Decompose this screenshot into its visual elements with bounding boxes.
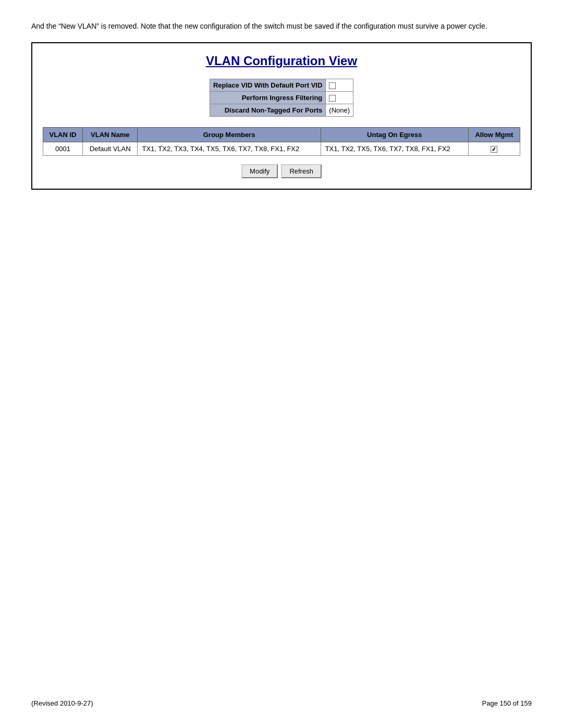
intro-paragraph: And the “New VLAN” is removed. Note that… xyxy=(31,21,532,32)
replace-vid-label: Replace VID With Default Port VID xyxy=(210,79,325,92)
vlan-table: VLAN ID VLAN Name Group Members Untag On… xyxy=(43,127,520,156)
config-options-table: Replace VID With Default Port VID Perfor… xyxy=(210,79,353,117)
config-options-section: Replace VID With Default Port VID Perfor… xyxy=(43,79,520,117)
replace-vid-checkbox[interactable] xyxy=(329,82,336,89)
untag-egress-cell: TX1, TX2, TX5, TX6, TX7, TX8, FX1, FX2 xyxy=(321,142,468,156)
group-members-cell: TX1, TX2, TX3, TX4, TX5, TX6, TX7, TX8, … xyxy=(138,142,321,156)
col-header-allow-mgmt: Allow Mgmt xyxy=(468,128,520,142)
modify-button[interactable]: Modify xyxy=(241,164,278,178)
panel-title: VLAN Configuration View xyxy=(43,54,520,68)
replace-vid-value xyxy=(326,79,353,92)
revised-text: (Revised 2010-9-27) xyxy=(31,699,93,707)
col-header-vlan-name: VLAN Name xyxy=(83,128,138,142)
discard-nontagged-value: (None) xyxy=(326,104,353,117)
col-header-untag-egress: Untag On Egress xyxy=(321,128,468,142)
page-info: Page 150 of 159 xyxy=(482,699,532,707)
table-row: 0001Default VLANTX1, TX2, TX3, TX4, TX5,… xyxy=(43,142,520,156)
vlan-id-cell: 0001 xyxy=(43,142,83,156)
allow-mgmt-checkbox[interactable]: ✓ xyxy=(491,146,497,153)
page-footer: (Revised 2010-9-27) Page 150 of 159 xyxy=(31,699,532,707)
refresh-button[interactable]: Refresh xyxy=(281,164,322,178)
ingress-filtering-checkbox[interactable] xyxy=(329,95,336,102)
button-row: Modify Refresh xyxy=(43,164,520,178)
discard-nontagged-text: (None) xyxy=(329,106,350,114)
vlan-name-cell: Default VLAN xyxy=(83,142,138,156)
discard-nontagged-label: Discard Non-Tagged For Ports xyxy=(210,104,325,117)
col-header-group-members: Group Members xyxy=(138,128,321,142)
allow-mgmt-cell: ✓ xyxy=(468,142,520,156)
vlan-panel: VLAN Configuration View Replace VID With… xyxy=(31,42,532,190)
col-header-vlan-id: VLAN ID xyxy=(43,128,83,142)
ingress-filtering-label: Perform Ingress Filtering xyxy=(210,92,325,104)
ingress-filtering-value xyxy=(326,92,353,104)
